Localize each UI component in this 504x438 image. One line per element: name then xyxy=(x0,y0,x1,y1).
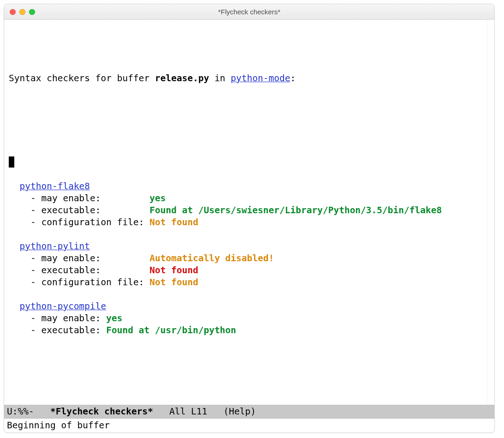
checker-row-value: Found at /usr/bin/python xyxy=(106,325,236,336)
checker-row-value: yes xyxy=(149,193,166,204)
header-line: Syntax checkers for buffer release.py in… xyxy=(9,72,485,84)
checker-row-value: Found at /Users/swiesner/Library/Python/… xyxy=(149,205,442,216)
checker-row-value: Not found xyxy=(149,277,198,288)
header-buffer: release.py xyxy=(155,73,209,84)
blank-line xyxy=(9,288,485,300)
checker-row-value: yes xyxy=(106,313,122,324)
checker-name-line: python-pycompile xyxy=(9,300,485,312)
checker-row: - may enable: yes xyxy=(9,192,485,204)
modeline-buffer: *Flycheck checkers* xyxy=(50,406,153,418)
titlebar: *Flycheck checkers* xyxy=(4,4,494,20)
emacs-window: *Flycheck checkers* Syntax checkers for … xyxy=(4,4,495,433)
checker-row-label: - may enable: xyxy=(9,313,106,324)
checker-row: - may enable: Automatically disabled! xyxy=(9,252,485,264)
checker-name-line: python-flake8 xyxy=(9,180,485,192)
mode-link[interactable]: python-mode xyxy=(231,73,290,84)
checker-row: - may enable: yes xyxy=(9,312,485,324)
blank-line xyxy=(9,384,485,396)
checker-row: - executable: Not found xyxy=(9,264,485,276)
blank-line xyxy=(9,228,485,240)
modeline-left: U:%%- xyxy=(7,406,50,418)
minibuffer[interactable]: Beginning of buffer xyxy=(4,419,494,432)
checker-row: - configuration file: Not found xyxy=(9,216,485,228)
modeline-right: All L11 (Help) xyxy=(153,406,256,418)
checker-row-value: Not found xyxy=(149,265,198,276)
modeline: U:%%- *Flycheck checkers* All L11 (Help) xyxy=(4,405,494,419)
checker-row-label: - executable: xyxy=(9,205,149,216)
buffer-area[interactable]: Syntax checkers for buffer release.py in… xyxy=(4,20,494,405)
zoom-icon[interactable] xyxy=(29,9,35,15)
checker-row: - executable: Found at /Users/swiesner/L… xyxy=(9,204,485,216)
checker-row-label: - may enable: xyxy=(9,193,149,204)
text-cursor xyxy=(9,156,14,168)
checker-row-label: - configuration file: xyxy=(9,217,149,228)
header-prefix: Syntax checkers for buffer xyxy=(9,73,155,84)
checker-row-label: - executable: xyxy=(9,265,149,276)
checker-link[interactable]: python-pycompile xyxy=(19,301,106,312)
checker-row-value: Automatically disabled! xyxy=(149,253,274,264)
traffic-lights xyxy=(10,9,35,15)
checker-row-label: - executable: xyxy=(9,325,106,336)
close-icon[interactable] xyxy=(10,9,16,15)
header-mid: in xyxy=(209,73,231,84)
checker-link[interactable]: python-flake8 xyxy=(19,181,90,192)
checker-row-label: - configuration file: xyxy=(9,277,149,288)
checker-row-label: - may enable: xyxy=(9,253,149,264)
minimize-icon[interactable] xyxy=(19,9,25,15)
blank-line xyxy=(9,336,485,348)
checker-row: - executable: Found at /usr/bin/python xyxy=(9,324,485,336)
checker-name-line: python-pylint xyxy=(9,240,485,252)
checker-row-value: Not found xyxy=(149,217,198,228)
checker-row: - configuration file: Not found xyxy=(9,276,485,288)
window-title: *Flycheck checkers* xyxy=(10,6,489,18)
checker-link[interactable]: python-pylint xyxy=(19,241,90,252)
header-suffix: : xyxy=(291,73,296,84)
blank-line xyxy=(9,120,485,132)
